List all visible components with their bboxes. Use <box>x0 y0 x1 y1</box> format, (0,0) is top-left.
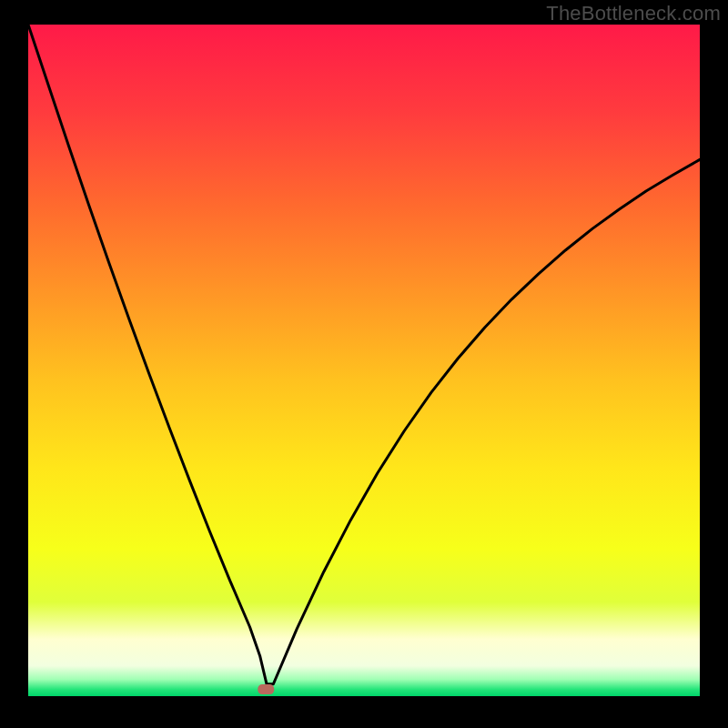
minimum-marker <box>258 684 274 694</box>
bottleneck-chart <box>0 0 728 728</box>
plot-background <box>28 25 700 696</box>
attribution-text: TheBottleneck.com <box>546 2 721 25</box>
chart-stage: TheBottleneck.com <box>0 0 728 728</box>
